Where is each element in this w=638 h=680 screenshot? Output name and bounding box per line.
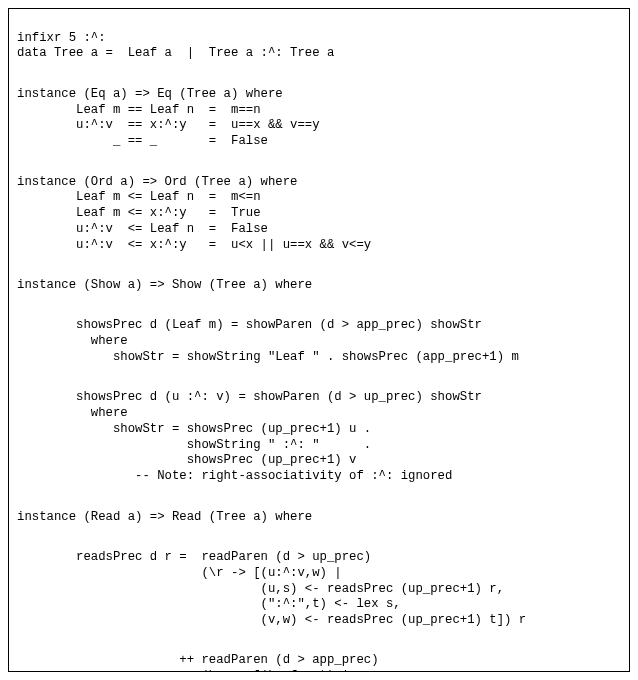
code-block-2: instance (Eq a) => Eq (Tree a) where Lea… <box>17 87 621 150</box>
code-block-4: instance (Show a) => Show (Tree a) where <box>17 278 621 294</box>
code-block-6: showsPrec d (u :^: v) = showParen (d > u… <box>17 390 621 484</box>
code-block-8: readsPrec d r = readParen (d > up_prec) … <box>17 550 621 629</box>
code-block-1: infixr 5 :^: data Tree a = Leaf a | Tree… <box>17 31 621 62</box>
code-listing: infixr 5 :^: data Tree a = Leaf a | Tree… <box>8 8 630 672</box>
code-block-5: showsPrec d (Leaf m) = showParen (d > ap… <box>17 318 621 365</box>
code-block-9: ++ readParen (d > app_prec) (\r -> [(Lea… <box>17 653 621 672</box>
code-block-3: instance (Ord a) => Ord (Tree a) where L… <box>17 175 621 254</box>
code-block-7: instance (Read a) => Read (Tree a) where <box>17 510 621 526</box>
